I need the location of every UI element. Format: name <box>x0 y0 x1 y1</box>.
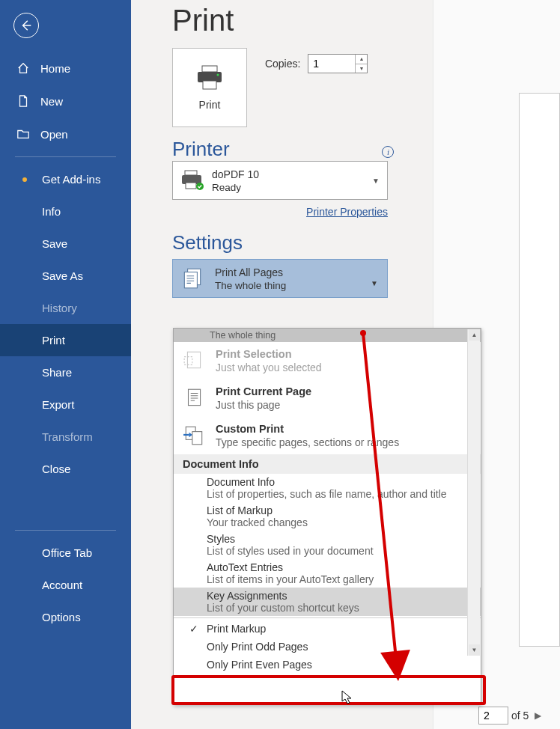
backstage-sidebar: Home New Open Get Add-ins Info Save Save… <box>0 0 131 729</box>
page-select-icon <box>183 350 205 372</box>
scroll-up-icon[interactable]: ▲ <box>469 329 480 341</box>
nav-label: Office Tab <box>42 546 92 559</box>
page-number-input[interactable] <box>478 707 508 725</box>
dropdown-list-markup[interactable]: List of Markup Your tracked changes <box>174 502 481 531</box>
print-range-selector[interactable]: Print All Pages The whole thing ▼ <box>172 259 388 298</box>
nav-label: Transform <box>42 430 93 443</box>
page-next-button[interactable]: ▶ <box>532 707 544 724</box>
printer-ready-icon <box>180 170 204 191</box>
nav-office-tab[interactable]: Office Tab <box>0 537 131 569</box>
dropdown-docinfo-header: Document Info <box>174 454 481 474</box>
dropdown-custom-print[interactable]: Custom Print Type specific pages, sectio… <box>174 417 481 454</box>
print-button[interactable]: Print <box>172 48 247 127</box>
nav-label: Account <box>42 579 82 591</box>
nav-save[interactable]: Save <box>0 228 131 260</box>
copies-input[interactable] <box>308 56 352 71</box>
dropdown-print-current[interactable]: Print Current Page Just this page <box>174 379 481 417</box>
check-icon: ✓ <box>187 623 201 635</box>
addins-bullet-icon <box>22 177 27 182</box>
printer-selector[interactable]: doPDF 10 Ready ▼ <box>172 161 388 200</box>
printer-heading: Printer <box>172 138 230 160</box>
nav-label: Home <box>40 62 70 75</box>
svg-point-3 <box>217 74 219 76</box>
nav-label: Get Add-ins <box>42 173 100 186</box>
nav-new[interactable]: New <box>0 85 131 118</box>
svg-rect-2 <box>203 81 216 89</box>
nav-print[interactable]: Print <box>0 324 131 356</box>
printer-status: Ready <box>212 182 259 193</box>
dropdown-item-sub: Type specific pages, sections or ranges <box>216 436 399 448</box>
page-total: of 5 <box>511 710 529 722</box>
info-icon[interactable]: i <box>382 146 394 158</box>
chevron-down-icon: ▼ <box>371 279 378 287</box>
new-doc-icon <box>16 94 30 108</box>
nav-export[interactable]: Export <box>0 388 131 421</box>
nav-account[interactable]: Account <box>0 569 131 601</box>
open-folder-icon <box>16 127 30 141</box>
nav-label: Close <box>42 463 70 475</box>
nav-home[interactable]: Home <box>0 52 131 85</box>
home-icon <box>16 61 30 75</box>
nav-share[interactable]: Share <box>0 356 131 388</box>
svg-rect-0 <box>202 66 217 72</box>
nav-info[interactable]: Info <box>0 195 131 228</box>
dropdown-styles[interactable]: Styles List of styles used in your docum… <box>174 531 481 559</box>
copies-spinbox[interactable]: ▲ ▼ <box>308 54 368 73</box>
nav-label: Share <box>42 366 72 379</box>
nav-transform[interactable]: Transform <box>0 421 131 453</box>
nav-label: Save As <box>42 269 83 282</box>
dropdown-docinfo[interactable]: Document Info List of properties, such a… <box>174 474 481 502</box>
printer-name: doPDF 10 <box>212 168 259 180</box>
dropdown-scrollbar[interactable]: ▲ ▼ <box>467 329 480 656</box>
dropdown-autotext[interactable]: AutoText Entries List of items in your A… <box>174 559 481 588</box>
custom-pages-icon <box>183 424 205 447</box>
nav-history[interactable]: History <box>0 292 131 324</box>
nav-label: Info <box>42 205 61 218</box>
nav-label: Export <box>42 398 74 411</box>
dropdown-even-pages[interactable]: Only Print Even Pages <box>174 656 481 674</box>
nav-get-addins[interactable]: Get Add-ins <box>0 163 131 195</box>
copies-spin-up[interactable]: ▲ <box>356 55 367 64</box>
printer-icon <box>195 64 225 91</box>
dropdown-item-title: Custom Print <box>216 423 399 435</box>
range-subtitle: The whole thing <box>215 280 286 291</box>
pages-stack-icon <box>180 266 204 290</box>
nav-close[interactable]: Close <box>0 453 131 485</box>
range-title: Print All Pages <box>215 266 286 278</box>
nav-options[interactable]: Options <box>0 601 131 633</box>
dropdown-item-sub: Just what you selected <box>216 362 322 373</box>
nav-label: History <box>42 302 77 314</box>
svg-rect-12 <box>189 389 201 405</box>
dropdown-key-assign[interactable]: Key Assignments List of your custom shor… <box>174 588 481 616</box>
dropdown-item-sub: Just this page <box>216 399 311 411</box>
nav-label: Open <box>40 128 68 141</box>
nav-label: Print <box>42 334 65 347</box>
dropdown-separator <box>174 617 481 618</box>
svg-rect-9 <box>184 272 197 287</box>
preview-sheet <box>519 93 560 647</box>
single-page-icon <box>183 387 205 409</box>
svg-rect-14 <box>192 432 202 445</box>
nav-save-as[interactable]: Save As <box>0 260 131 292</box>
svg-rect-10 <box>187 352 200 367</box>
copies-label: Copies: <box>265 58 300 70</box>
nav-label: Options <box>42 611 81 623</box>
nav-open[interactable]: Open <box>0 118 131 150</box>
nav-label: New <box>40 95 63 108</box>
copies-spin-down[interactable]: ▼ <box>356 64 367 73</box>
printer-properties-link[interactable]: Printer Properties <box>172 206 388 218</box>
dropdown-item-title: Print Current Page <box>216 385 311 397</box>
print-button-label: Print <box>199 99 221 111</box>
nav-separator <box>15 156 116 157</box>
dropdown-odd-pages[interactable]: Only Print Odd Pages <box>174 638 481 656</box>
page-navigator: of 5 ▶ <box>478 707 544 725</box>
dropdown-item-cut[interactable]: The whole thing <box>174 329 481 342</box>
dropdown-print-markup[interactable]: ✓ Print Markup <box>174 620 481 638</box>
scroll-down-icon[interactable]: ▼ <box>469 644 480 656</box>
svg-rect-6 <box>186 183 196 189</box>
back-arrow-icon <box>19 19 33 32</box>
back-button[interactable] <box>13 13 39 38</box>
chevron-down-icon: ▼ <box>372 177 380 185</box>
svg-rect-4 <box>185 171 197 175</box>
dropdown-item-title: Print Selection <box>216 348 322 360</box>
